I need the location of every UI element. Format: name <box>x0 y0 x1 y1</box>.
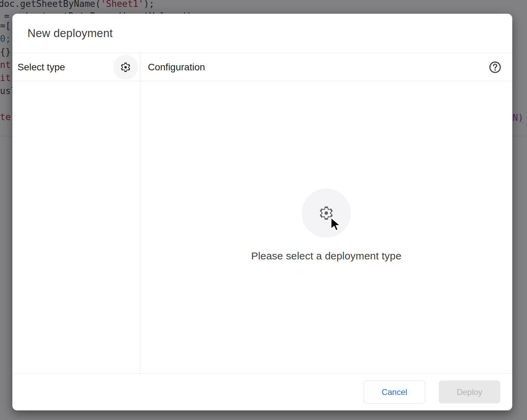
configuration-label: Configuration <box>148 62 205 73</box>
deploy-button[interactable]: Deploy <box>439 381 500 404</box>
new-deployment-dialog: New deployment Select type <box>12 14 512 410</box>
mouse-cursor-icon <box>330 217 343 232</box>
select-type-label: Select type <box>17 62 65 73</box>
dialog-title-bar: New deployment <box>12 14 512 53</box>
dialog-footer: Cancel Deploy <box>12 373 512 410</box>
help-button[interactable] <box>485 58 505 77</box>
select-type-list-empty <box>12 81 140 373</box>
empty-state-message: Please select a deployment type <box>140 250 512 262</box>
select-type-header: Select type <box>12 53 140 81</box>
screen: doc.getSheetByName('Sheet1'); = sheet.ge… <box>0 0 527 420</box>
dialog-title: New deployment <box>27 27 113 40</box>
deployment-type-settings-button[interactable] <box>113 55 138 80</box>
select-type-panel: Select type <box>12 53 140 373</box>
empty-state-circle <box>302 189 351 237</box>
help-icon <box>488 60 502 74</box>
gear-icon <box>120 61 131 73</box>
dialog-body: Select type Configuration <box>12 53 512 373</box>
configuration-header: Configuration <box>140 53 512 81</box>
configuration-content: Please select a deployment type <box>140 81 512 373</box>
configuration-panel: Configuration <box>140 53 512 373</box>
cancel-button[interactable]: Cancel <box>364 381 425 404</box>
